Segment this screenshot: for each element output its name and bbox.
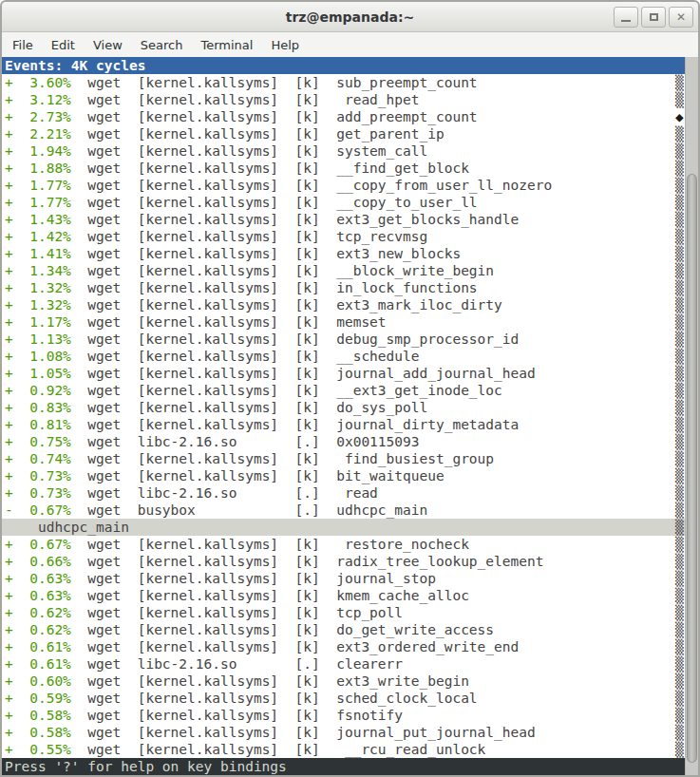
scroll-shade-icon: ▒ <box>675 348 684 365</box>
perf-entry-row[interactable]: + 1.88% wget [kernel.kallsyms] [k] __fin… <box>2 160 685 177</box>
perf-entry-line: + 1.42% wget [kernel.kallsyms] [k] tcp_r… <box>2 229 427 244</box>
perf-entry-row[interactable]: + 1.05% wget [kernel.kallsyms] [k] journ… <box>2 365 685 382</box>
perf-entry-row[interactable]: - 0.67% wget busybox [.] udhcpc_main▒ <box>2 502 685 519</box>
perf-entry-row[interactable]: + 0.63% wget [kernel.kallsyms] [k] kmem_… <box>2 587 685 604</box>
perf-entry-row[interactable]: + 1.13% wget [kernel.kallsyms] [k] debug… <box>2 331 685 348</box>
overhead-percent: + 0.73% <box>5 468 71 483</box>
perf-entry-row[interactable]: + 1.41% wget [kernel.kallsyms] [k] ext3_… <box>2 245 685 262</box>
callchain-row[interactable]: udhcpc_main▒ <box>2 519 685 536</box>
scroll-shade-icon: ▒ <box>675 655 684 673</box>
scroll-shade-icon: ▒ <box>675 570 684 587</box>
perf-entry-row[interactable]: + 0.58% wget [kernel.kallsyms] [k] journ… <box>2 724 685 741</box>
perf-entry-row[interactable]: + 1.34% wget [kernel.kallsyms] [k] __blo… <box>2 262 685 279</box>
overhead-percent: + 3.12% <box>5 92 71 107</box>
scrollbar-track[interactable] <box>685 57 698 775</box>
perf-entry-row[interactable]: + 1.32% wget [kernel.kallsyms] [k] in_lo… <box>2 279 685 296</box>
perf-entry-row[interactable]: + 1.77% wget [kernel.kallsyms] [k] __cop… <box>2 194 685 211</box>
perf-entry-row[interactable]: + 1.32% wget [kernel.kallsyms] [k] ext3_… <box>2 296 685 313</box>
perf-entry-row[interactable]: + 0.73% wget [kernel.kallsyms] [k] bit_w… <box>2 467 685 484</box>
entry-detail: wget [kernel.kallsyms] [k] ext3_ordered_… <box>71 639 519 654</box>
overhead-percent: + 1.94% <box>5 143 71 159</box>
perf-entry-row[interactable]: + 0.59% wget [kernel.kallsyms] [k] sched… <box>2 690 685 707</box>
perf-entry-line: + 1.32% wget [kernel.kallsyms] [k] in_lo… <box>2 280 478 295</box>
scroll-shade-icon: ▒ <box>675 142 684 160</box>
perf-entry-row[interactable]: + 1.94% wget [kernel.kallsyms] [k] syste… <box>2 142 685 160</box>
maximize-button[interactable] <box>641 7 666 28</box>
perf-entry-line: + 0.61% wget [kernel.kallsyms] [k] ext3_… <box>2 639 519 654</box>
overhead-percent: + 1.43% <box>5 212 71 227</box>
scroll-shade-icon: ▒ <box>675 365 684 382</box>
perf-entry-row[interactable]: + 0.74% wget [kernel.kallsyms] [k] find_… <box>2 450 685 467</box>
perf-entry-row[interactable]: + 0.92% wget [kernel.kallsyms] [k] __ext… <box>2 382 685 399</box>
perf-entry-row[interactable]: + 1.42% wget [kernel.kallsyms] [k] tcp_r… <box>2 228 685 245</box>
perf-entry-line: + 1.34% wget [kernel.kallsyms] [k] __blo… <box>2 263 494 278</box>
perf-tui: Events: 4K cycles + 3.60% wget [kernel.k… <box>2 57 685 775</box>
overhead-percent: + 1.34% <box>5 263 71 278</box>
scroll-shade-icon: ▒ <box>675 536 684 553</box>
perf-entry-line: + 2.73% wget [kernel.kallsyms] [k] add_p… <box>2 109 478 124</box>
perf-entry-row[interactable]: + 0.60% wget [kernel.kallsyms] [k] ext3_… <box>2 673 685 690</box>
perf-entry-row[interactable]: + 0.67% wget [kernel.kallsyms] [k] resto… <box>2 536 685 553</box>
perf-entry-row[interactable]: + 0.66% wget [kernel.kallsyms] [k] radix… <box>2 553 685 570</box>
perf-entry-row[interactable]: + 0.62% wget [kernel.kallsyms] [k] do_ge… <box>2 621 685 638</box>
perf-entry-row[interactable]: + 0.73% wget libc-2.16.so [.] read▒ <box>2 484 685 502</box>
perf-entry-row[interactable]: + 1.17% wget [kernel.kallsyms] [k] memse… <box>2 313 685 331</box>
perf-entry-row[interactable]: + 0.61% wget [kernel.kallsyms] [k] ext3_… <box>2 638 685 655</box>
scrollbar-thumb[interactable] <box>687 174 697 763</box>
scroll-shade-icon: ▒ <box>675 604 684 621</box>
scroll-shade-icon: ▒ <box>675 416 684 433</box>
menu-item-edit[interactable]: Edit <box>50 36 76 54</box>
perf-entry-row[interactable]: + 1.77% wget [kernel.kallsyms] [k] __cop… <box>2 177 685 194</box>
entry-detail: wget [kernel.kallsyms] [k] ext3_write_be… <box>71 673 469 689</box>
scroll-shade-icon: ▒ <box>675 74 684 91</box>
entry-detail: wget [kernel.kallsyms] [k] ext3_get_bloc… <box>71 212 519 227</box>
minimize-button[interactable] <box>614 7 638 28</box>
entry-detail: wget [kernel.kallsyms] [k] kmem_cache_al… <box>71 588 469 603</box>
scroll-shade-icon: ▒ <box>675 399 684 416</box>
perf-entry-row[interactable]: + 0.81% wget [kernel.kallsyms] [k] journ… <box>2 416 685 433</box>
perf-entry-line: + 0.58% wget [kernel.kallsyms] [k] fsnot… <box>2 708 403 723</box>
status-bar: Press '?' for help on key bindings <box>2 758 685 775</box>
perf-entry-row[interactable]: + 0.75% wget libc-2.16.so [.] 0x00115093… <box>2 433 685 450</box>
scroll-shade-icon: ▒ <box>675 279 684 296</box>
entry-detail: wget [kernel.kallsyms] [k] fsnotify <box>71 708 403 723</box>
overhead-percent: + 1.32% <box>5 280 71 295</box>
perf-entry-row[interactable]: + 1.08% wget [kernel.kallsyms] [k] __sch… <box>2 348 685 365</box>
perf-entry-row[interactable]: + 3.12% wget [kernel.kallsyms] [k] read_… <box>2 91 685 108</box>
perf-entry-line: + 1.41% wget [kernel.kallsyms] [k] ext3_… <box>2 246 461 261</box>
entry-detail: wget [kernel.kallsyms] [k] sub_preempt_c… <box>71 75 478 90</box>
perf-entry-row[interactable]: + 2.73% wget [kernel.kallsyms] [k] add_p… <box>2 108 685 125</box>
perf-entry-row[interactable]: + 1.43% wget [kernel.kallsyms] [k] ext3_… <box>2 211 685 228</box>
entry-detail: wget [kernel.kallsyms] [k] __copy_from_u… <box>71 178 552 193</box>
perf-entry-row[interactable]: + 0.62% wget [kernel.kallsyms] [k] tcp_p… <box>2 604 685 621</box>
perf-entry-row[interactable]: + 3.60% wget [kernel.kallsyms] [k] sub_p… <box>2 74 685 91</box>
menu-item-help[interactable]: Help <box>270 36 300 54</box>
menu-item-file[interactable]: File <box>11 36 34 54</box>
overhead-percent: + 1.17% <box>5 314 71 330</box>
overhead-percent: + 0.74% <box>5 451 71 466</box>
perf-row-list: + 3.60% wget [kernel.kallsyms] [k] sub_p… <box>2 74 685 758</box>
perf-entry-row[interactable]: + 0.58% wget [kernel.kallsyms] [k] fsnot… <box>2 707 685 724</box>
overhead-percent: + 0.73% <box>5 485 71 501</box>
overhead-percent: + 1.41% <box>5 246 71 261</box>
perf-entry-row[interactable]: + 0.63% wget [kernel.kallsyms] [k] journ… <box>2 570 685 587</box>
perf-entry-row[interactable]: + 0.83% wget [kernel.kallsyms] [k] do_sy… <box>2 399 685 416</box>
close-button[interactable]: ✕ <box>669 7 693 28</box>
menu-item-view[interactable]: View <box>92 36 123 54</box>
perf-entry-line: - 0.67% wget busybox [.] udhcpc_main <box>2 502 427 518</box>
entry-detail: wget [kernel.kallsyms] [k] in_lock_funct… <box>71 280 478 295</box>
scroll-shade-icon: ▒ <box>675 502 684 519</box>
entry-detail: wget [kernel.kallsyms] [k] debug_smp_pro… <box>71 332 519 347</box>
perf-entry-row[interactable]: + 0.61% wget libc-2.16.so [.] clearerr▒ <box>2 655 685 673</box>
menu-item-terminal[interactable]: Terminal <box>199 36 254 54</box>
entry-detail: wget [kernel.kallsyms] [k] get_parent_ip <box>71 126 445 142</box>
menu-item-search[interactable]: Search <box>140 36 184 54</box>
entry-detail: wget libc-2.16.so [.] clearerr <box>71 656 403 672</box>
entry-detail: wget [kernel.kallsyms] [k] __ext3_get_in… <box>71 383 502 398</box>
entry-detail: wget [kernel.kallsyms] [k] add_preempt_c… <box>71 109 478 124</box>
overhead-percent: + 1.42% <box>5 229 71 244</box>
perf-entry-row[interactable]: + 0.55% wget [kernel.kallsyms] [k] __rcu… <box>2 741 685 758</box>
scroll-shade-icon: ▒ <box>675 331 684 348</box>
scroll-shade-icon: ▒ <box>675 484 684 502</box>
perf-entry-row[interactable]: + 2.21% wget [kernel.kallsyms] [k] get_p… <box>2 125 685 142</box>
